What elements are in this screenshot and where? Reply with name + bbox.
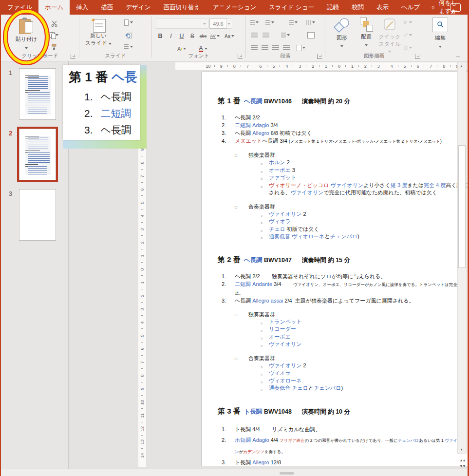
font-size-combobox[interactable]: 49.6 [209, 19, 227, 29]
preview-list-item: 2.二短調 [84, 107, 131, 120]
new-slide-button[interactable]: ✦ 新しい スライド [84, 18, 113, 47]
text-run: フリギア終止 [280, 438, 305, 443]
format-painter-button[interactable] [50, 43, 58, 51]
slide-thumbnail[interactable] [19, 189, 56, 241]
tell-me-box[interactable]: 何をしますか [426, 0, 468, 15]
text-direction-button[interactable] [306, 19, 315, 26]
shape-fill-icon [403, 19, 408, 25]
comment-icon[interactable] [450, 3, 461, 12]
tab-挿入[interactable]: 挿入 [70, 0, 94, 15]
group-label-paragraph: 段落 [246, 53, 325, 59]
paste-button[interactable]: 貼り付け [12, 18, 41, 50]
text-run: の 2 つの和音が書かれているだけであり、一般に [305, 438, 398, 443]
tab-ホーム[interactable]: ホーム [38, 0, 70, 15]
justify-button[interactable] [282, 44, 291, 52]
tab-スライド ショー[interactable]: スライド ショー [263, 0, 320, 15]
collapse-ribbon-button[interactable]: ︿ [455, 53, 462, 59]
clipboard-dialog-launcher[interactable] [71, 54, 75, 59]
align-center-button[interactable] [261, 44, 269, 52]
numbering-button[interactable] [265, 19, 274, 26]
font-color-button[interactable]: A [199, 45, 207, 53]
scrollbar-thumb[interactable] [458, 145, 466, 268]
font-dialog-launcher[interactable] [238, 54, 243, 59]
ruler-mark: 1 [138, 249, 146, 263]
font-name-combobox[interactable] [156, 19, 208, 29]
text-run: 二短調 [101, 108, 131, 119]
text-run: ヘ長 [108, 70, 137, 84]
text-run: Allegro [252, 459, 269, 465]
text-run: 第 3 番 [218, 407, 241, 415]
ruler-mark: 4 [385, 62, 398, 70]
shapes-button[interactable]: 図形 [331, 18, 353, 48]
text-highlight-button[interactable]: A [177, 45, 186, 53]
copy-button[interactable] [50, 31, 58, 39]
text-run: と [324, 233, 330, 239]
shape-effects-icon [403, 45, 408, 51]
section-button[interactable] [124, 43, 133, 51]
movement-number: 2. [222, 435, 226, 445]
slide-thumbnail[interactable] [19, 68, 56, 120]
double-strike-button[interactable]: abc [199, 32, 207, 40]
arrange-button[interactable]: 配置 [356, 18, 377, 47]
line-spacing-button[interactable] [289, 19, 298, 26]
cut-button[interactable] [50, 19, 58, 27]
previous-slide-button[interactable]: ▲▲ [459, 458, 466, 463]
group-font: 49.6 B I U S abc AV Aa A A フォント [152, 15, 245, 61]
align-right-button[interactable] [271, 44, 280, 52]
tab-記録[interactable]: 記録 [320, 0, 345, 15]
shape-fill-button[interactable] [403, 19, 412, 26]
slide-number: 2 [9, 130, 12, 137]
ruler-mark: 7 [138, 356, 146, 369]
slide-page[interactable]: 第 1 番 ヘ長調 BWV1046 演奏時間 約 20 分1.ヘ長調 2/22.… [201, 72, 469, 466]
new-slide-label-1: 新しい [84, 32, 113, 39]
text-run: チェンバロ [330, 233, 357, 239]
splitter-handle[interactable] [280, 472, 294, 475]
text-run: と [308, 385, 314, 391]
text-run: メヌエット [235, 138, 262, 144]
tab-ファイル[interactable]: ファイル [1, 0, 38, 15]
tab-表示[interactable]: 表示 [370, 0, 395, 15]
quick-styles-button[interactable]: クイック スタイル [378, 18, 401, 54]
layout-button[interactable] [124, 19, 133, 26]
align-left-button[interactable] [250, 44, 259, 52]
tab-デザイン[interactable]: デザイン [119, 0, 157, 15]
lightbulb-icon [431, 4, 435, 11]
instrument-item: オーボエ 3 [202, 167, 469, 174]
columns-button[interactable] [306, 31, 315, 39]
paragraph-dialog-launcher[interactable] [317, 54, 322, 59]
vertical-scrollbar[interactable]: ▲ ▼ [457, 62, 467, 454]
drawing-dialog-launcher[interactable] [415, 54, 420, 59]
strikethrough-button[interactable]: S [188, 32, 197, 40]
ruler-mark: 8 [138, 369, 146, 382]
align-text-button[interactable] [281, 31, 290, 39]
scroll-down-button[interactable]: ▼ [458, 446, 465, 453]
layout-icon [124, 19, 129, 26]
change-case-button[interactable]: Aa [225, 32, 234, 40]
increase-indent-button[interactable] [262, 31, 270, 39]
edit-button[interactable]: 編集 [428, 18, 452, 49]
bullets-button[interactable] [250, 19, 259, 26]
slide-content: 第 1 番 ヘ長調 BWV1046 演奏時間 約 20 分1.ヘ長調 2/22.… [202, 72, 469, 466]
underline-button[interactable]: U [177, 32, 186, 40]
text-run: ヘ長調 3/4 [262, 138, 289, 144]
decrease-indent-button[interactable] [250, 31, 259, 39]
italic-button[interactable]: I [167, 32, 175, 40]
font-size-dropdown[interactable] [226, 19, 232, 29]
shape-outline-button[interactable] [403, 31, 412, 39]
tab-ヘルプ[interactable]: ヘルプ [395, 0, 426, 15]
text-run: ヴァイオリン [269, 362, 302, 368]
reset-button[interactable] [124, 31, 133, 39]
tab-描画[interactable]: 描画 [94, 0, 119, 15]
tab-校閲[interactable]: 校閲 [345, 0, 370, 15]
character-spacing-button[interactable]: AV [210, 32, 219, 40]
shape-effects-button[interactable] [403, 44, 412, 52]
smartart-convert-button[interactable] [297, 44, 305, 52]
scroll-up-button[interactable]: ▲ [458, 62, 465, 70]
tab-アニメーション[interactable]: アニメーション [206, 0, 263, 15]
slide-section-title: 第 2 番 ヘ長調 BWV1047 演奏時間 約 15 分 [218, 255, 469, 265]
slide-thumbnail[interactable] [19, 129, 56, 180]
slide-number: 1 [9, 69, 12, 76]
bold-button[interactable]: B [156, 32, 165, 40]
tab-画面切り替え[interactable]: 画面切り替え [157, 0, 206, 15]
text-run: ヴァイオリン [330, 182, 363, 188]
